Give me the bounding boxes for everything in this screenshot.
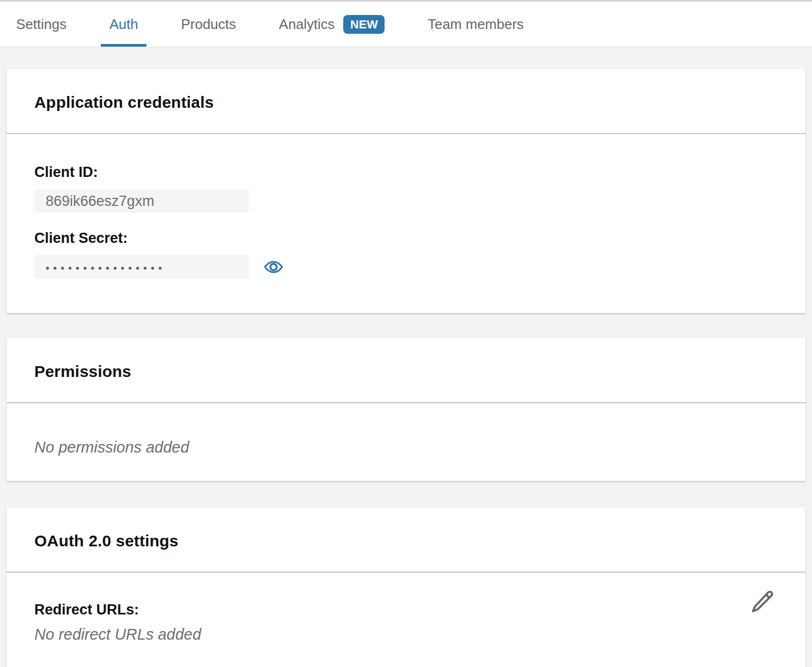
tab-settings-label: Settings (16, 16, 67, 33)
tab-team-members[interactable]: Team members (419, 2, 532, 47)
oauth-settings-body: Redirect URLs: No redirect URLs added (6, 573, 806, 667)
tab-analytics[interactable]: Analytics NEW (270, 2, 393, 47)
permissions-title: Permissions (34, 362, 778, 381)
client-id-label: Client ID: (34, 164, 778, 181)
tab-products[interactable]: Products (172, 2, 245, 47)
no-permissions-text: No permissions added (34, 439, 778, 456)
application-credentials-body: Client ID: 869ik66esz7gxm Client Secret:… (6, 134, 806, 313)
eye-icon (264, 257, 283, 277)
tab-analytics-label: Analytics (279, 16, 335, 33)
tab-products-label: Products (181, 16, 236, 33)
oauth-settings-header: OAuth 2.0 settings (6, 507, 806, 572)
oauth-settings-title: OAuth 2.0 settings (34, 532, 778, 550)
tab-settings[interactable]: Settings (8, 2, 75, 47)
tab-auth-label: Auth (109, 16, 138, 33)
client-id-value: 869ik66esz7gxm (34, 189, 249, 213)
permissions-card: Permissions No permissions added (6, 338, 806, 481)
tab-auth[interactable]: Auth (101, 2, 147, 47)
client-secret-masked-value: •••••••••••••••• (34, 255, 249, 279)
client-secret-label: Client Secret: (34, 230, 778, 247)
tab-bar: Settings Auth Products Analytics NEW Tea… (0, 0, 812, 47)
oauth-settings-card: OAuth 2.0 settings Redirect URLs: No red… (6, 507, 806, 667)
show-client-secret-button[interactable] (264, 257, 283, 277)
new-badge: NEW (343, 15, 385, 34)
pencil-icon (750, 589, 776, 614)
permissions-header: Permissions (6, 338, 806, 402)
tab-team-members-label: Team members (427, 16, 523, 33)
no-redirect-urls-text: No redirect URLs added (34, 626, 778, 643)
application-credentials-title: Application credentials (34, 93, 778, 112)
application-credentials-card: Application credentials Client ID: 869ik… (6, 69, 806, 313)
permissions-body: No permissions added (6, 403, 806, 481)
edit-redirect-urls-button[interactable] (750, 589, 776, 614)
redirect-urls-label: Redirect URLs: (34, 602, 778, 618)
application-credentials-header: Application credentials (6, 69, 806, 133)
